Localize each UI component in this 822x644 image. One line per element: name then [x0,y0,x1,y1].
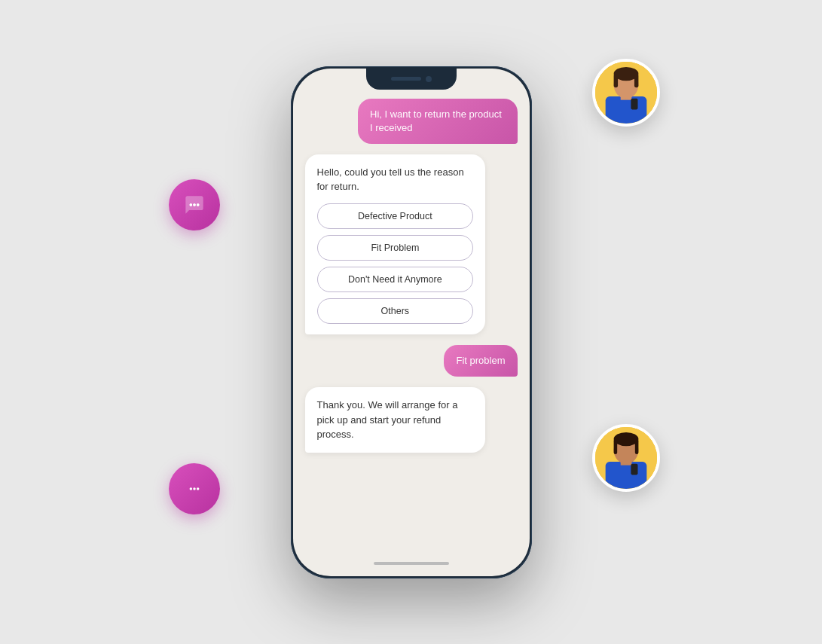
scene: Hi, I want to return the product I recei… [148,14,675,631]
svg-rect-18 [605,462,646,489]
avatar-top-right [592,59,660,127]
option-defective-product[interactable]: Defective Product [317,203,474,229]
bottom-bar [293,555,530,576]
user-message-2-text: Fit problem [456,355,505,366]
svg-point-3 [189,203,192,206]
avatar-person-top [595,62,657,124]
svg-point-6 [189,487,192,490]
phone-frame: Hi, I want to return the product I recei… [291,66,532,578]
svg-rect-10 [605,96,646,124]
svg-point-7 [193,487,196,490]
notch-camera [426,76,432,82]
user-message-1-text: Hi, I want to return the product I recei… [370,108,502,133]
chat-area: Hi, I want to return the product I recei… [293,69,530,555]
chat-icon-bottom-left [169,463,220,514]
svg-rect-15 [634,74,637,87]
svg-rect-14 [613,74,617,87]
svg-point-4 [193,203,196,206]
svg-rect-24 [631,463,637,475]
svg-point-8 [196,487,199,490]
svg-point-5 [196,203,199,206]
avatar-person-bottom [595,427,657,489]
option-list: Defective Product Fit Problem Don't Need… [317,203,474,324]
bot-response-text: Thank you. We will arrange for a pick up… [317,399,458,440]
phone-notch [366,69,457,90]
bot-bubble-2: Thank you. We will arrange for a pick up… [305,387,486,453]
svg-rect-22 [613,439,617,454]
home-indicator [374,562,449,565]
notch-speaker [391,77,421,81]
chat-bubble-icon [184,194,205,215]
svg-rect-16 [631,98,637,109]
user-bubble-1: Hi, I want to return the product I recei… [358,99,518,144]
option-others[interactable]: Others [317,298,474,324]
chat-icon-top-left [169,179,220,230]
phone-screen: Hi, I want to return the product I recei… [293,69,530,576]
svg-point-21 [613,432,638,445]
option-dont-need[interactable]: Don't Need it Anymore [317,267,474,292]
user-bubble-2: Fit problem [444,345,517,377]
bot-question-text: Hello, could you tell us the reason for … [317,165,474,194]
bot-bubble-1: Hello, could you tell us the reason for … [305,154,486,334]
option-fit-problem[interactable]: Fit Problem [317,235,474,261]
chat-bubble-icon-2 [184,478,205,499]
avatar-bottom-right [592,424,660,492]
svg-rect-23 [634,439,638,454]
